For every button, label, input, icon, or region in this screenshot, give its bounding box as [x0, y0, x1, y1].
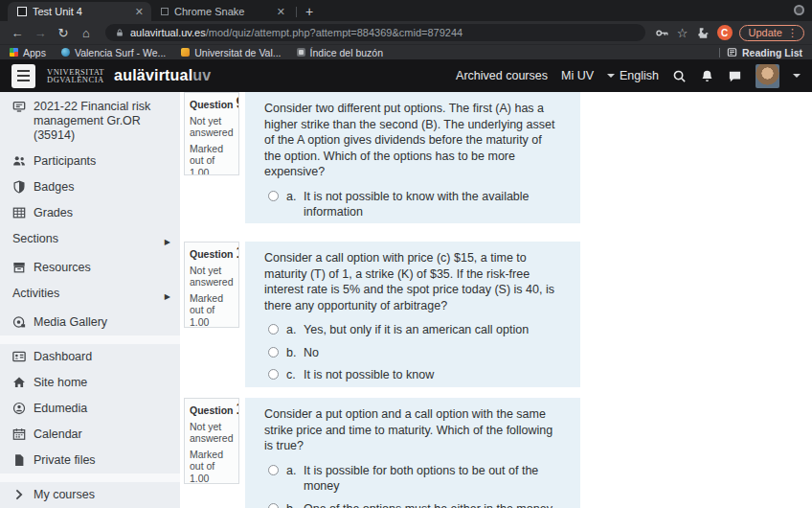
close-tab-icon[interactable]: ✕: [277, 6, 285, 18]
sidebar-item-participants[interactable]: Participants: [0, 149, 180, 174]
language-label: English: [620, 69, 659, 82]
tab-chrome-snake[interactable]: Chrome Snake ✕: [151, 2, 293, 21]
sidebar-item-label: Activities: [12, 287, 59, 300]
bookmark-item[interactable]: Valencia Surf - We...: [61, 47, 166, 58]
radio-button[interactable]: [268, 191, 279, 201]
reading-list-icon: [727, 47, 737, 58]
radio-button[interactable]: [268, 347, 279, 358]
answer-option-a[interactable]: a.It is possible for both options to be …: [264, 463, 555, 495]
radio-button[interactable]: [268, 465, 279, 475]
radio-button[interactable]: [268, 503, 279, 508]
answer-option-a[interactable]: a.It is not possible to know with the av…: [264, 189, 555, 220]
sidebar-item-activities[interactable]: Activities▶: [0, 281, 180, 310]
sidebar-item-2021-22-financial-risk-managem[interactable]: 2021-22 Financial risk management Gr.OR …: [0, 94, 180, 149]
sidebar-item-grades[interactable]: Grades: [0, 200, 180, 226]
bookmark-item[interactable]: Apps: [10, 47, 46, 58]
sidebar-item-private-files[interactable]: Private files: [0, 448, 180, 473]
chrome-update-button[interactable]: Update ⋮: [739, 25, 804, 41]
bookmark-label: Universitat de Val...: [194, 47, 281, 58]
reading-list-button[interactable]: Reading List: [727, 47, 802, 58]
radio-button[interactable]: [268, 324, 279, 335]
search-icon[interactable]: [672, 69, 687, 83]
bookmark-star-icon[interactable]: ☆: [673, 26, 692, 40]
home-button[interactable]: ⌂: [77, 26, 96, 40]
course-sidebar: 2021-22 Financial risk management Gr.OR …: [0, 92, 180, 508]
nav-archived-courses[interactable]: Archived courses: [456, 69, 548, 82]
question-info-panel: Question11Not yet answeredMarked out of …: [184, 398, 239, 484]
close-tab-icon[interactable]: ✕: [135, 6, 144, 18]
password-key-icon[interactable]: [655, 26, 669, 40]
browser-profile-avatar[interactable]: C: [717, 25, 733, 40]
bookmark-item[interactable]: Índice del buzón: [297, 47, 383, 58]
hamburger-menu-button[interactable]: [11, 64, 35, 88]
back-button[interactable]: ←: [8, 26, 27, 40]
sidebar-group: My coursesCurrent course filter: AllChan…: [0, 482, 180, 508]
brand-main: aulävirtual: [114, 67, 192, 83]
bookmark-label: Apps: [23, 47, 46, 58]
url-host: aulavirtual.uv.es: [130, 27, 206, 38]
sidebar-divider: [0, 335, 180, 344]
media-gallery-icon: [12, 315, 26, 329]
sidebar-item-resources[interactable]: Resources: [0, 255, 180, 281]
question-text: Consider a put option and a call option …: [264, 406, 555, 454]
chevron-right-icon: ▶: [165, 232, 170, 249]
sidebar-item-edumedia[interactable]: Edumedia: [0, 396, 180, 422]
resources-icon: [12, 261, 26, 274]
apps-grid-icon: [10, 48, 18, 57]
messages-chat-icon[interactable]: [728, 69, 742, 83]
option-letter: b.: [286, 501, 304, 508]
question-content: Consider a call option with price (c) $1…: [245, 242, 580, 387]
browser-toolbar: ← → ↻ ⌂ aulavirtual.uv.es/mod/quiz/attem…: [0, 21, 812, 44]
sidebar-item-label: Site home: [34, 376, 87, 389]
option-letter: a.: [286, 322, 304, 338]
quiz-main: Question9Not yet answeredMarked out of 1…: [180, 92, 812, 508]
aulavirtual-brand[interactable]: aulävirtualuv: [114, 67, 211, 84]
badges-icon: [12, 180, 26, 194]
bookmark-item[interactable]: Universitat de Val...: [181, 47, 281, 58]
sidebar-item-label: Media Gallery: [34, 315, 107, 329]
language-menu[interactable]: English: [607, 69, 659, 82]
user-avatar[interactable]: [756, 64, 779, 88]
course-icon: [12, 100, 26, 113]
new-tab-button[interactable]: +: [305, 4, 313, 19]
sidebar-item-badges[interactable]: Badges: [0, 174, 180, 200]
sidebar-item-calendar[interactable]: Calendar: [0, 422, 180, 448]
answer-option-c[interactable]: c.It is not possible to know: [264, 367, 555, 383]
option-text: One of the options must be either in the…: [304, 501, 555, 508]
option-text: It is not possible to know: [304, 367, 555, 383]
notifications-bell-icon[interactable]: [700, 69, 714, 83]
question-marks: Marked out of 1.00: [190, 292, 234, 329]
answer-option-a[interactable]: a.Yes, but only if it is an american cal…: [264, 322, 555, 338]
sidebar-item-site-home[interactable]: Site home: [0, 370, 180, 396]
url-bar[interactable]: aulavirtual.uv.es/mod/quiz/attempt.php?a…: [105, 24, 645, 41]
participants-icon: [12, 154, 26, 168]
question-content: Consider a put option and a call option …: [245, 398, 580, 508]
sidebar-item-my-courses[interactable]: My courses: [0, 482, 180, 508]
question-state: Not yet answered: [190, 421, 234, 445]
extensions-puzzle-icon[interactable]: [696, 26, 710, 40]
forward-button[interactable]: →: [31, 26, 50, 40]
answer-option-b[interactable]: b.One of the options must be either in t…: [264, 501, 555, 508]
radio-button[interactable]: [268, 369, 279, 380]
sidebar-item-dashboard[interactable]: Dashboard: [0, 344, 180, 370]
sidebar-item-media-gallery[interactable]: Media Gallery: [0, 310, 180, 335]
nav-mi-uv[interactable]: Mi UV: [561, 69, 594, 82]
tab-test-unit-4[interactable]: Test Unit 4 ✕: [8, 2, 151, 21]
question-marks: Marked out of 1.00: [190, 143, 234, 176]
sidebar-group: DashboardSite homeEdumediaCalendarPrivat…: [0, 344, 180, 473]
sidebar-item-sections[interactable]: Sections▶: [0, 226, 180, 255]
media-controls-icon[interactable]: [794, 5, 804, 15]
dashboard-icon: [12, 350, 26, 363]
uv-logo[interactable]: Vniversitat dgValència: [47, 68, 104, 84]
tab-divider: [296, 7, 297, 17]
brand-suffix: uv: [192, 67, 211, 83]
sidebar-divider: [0, 473, 180, 482]
uv-logo-line2: dgValència: [47, 76, 104, 84]
user-menu-chevron-icon[interactable]: [793, 74, 801, 78]
reload-button[interactable]: ↻: [54, 26, 73, 40]
globe-blue-icon: [61, 48, 70, 57]
tab-strip: Test Unit 4 ✕ Chrome Snake ✕ +: [0, 0, 812, 21]
option-text: It is possible for both options to be ou…: [304, 463, 555, 495]
uv-shield-icon: [181, 48, 190, 57]
answer-option-b[interactable]: b.No: [264, 345, 555, 361]
